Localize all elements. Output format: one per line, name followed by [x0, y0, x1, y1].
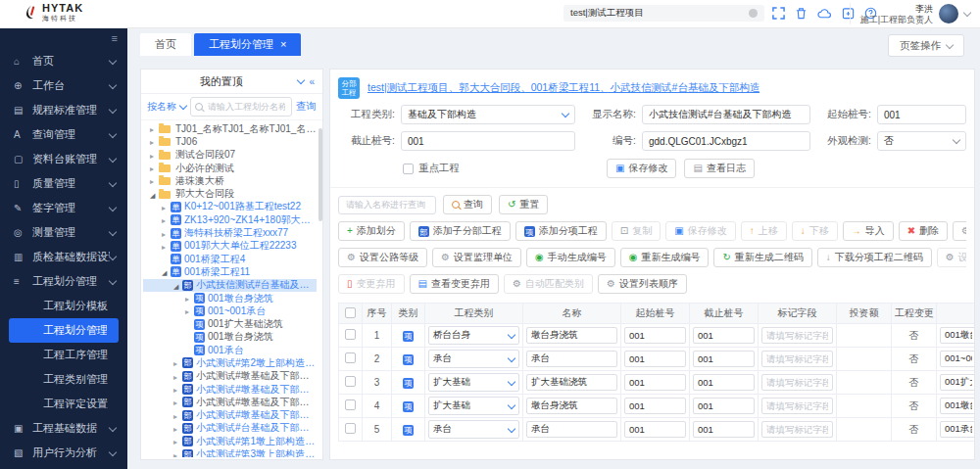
tree-node[interactable]: 小必许的测试	[143, 162, 317, 174]
tab-home[interactable]: 首页	[140, 33, 191, 56]
toolbar-button[interactable]: 设置工程类别	[937, 248, 966, 267]
tree-scrollbar[interactable]	[318, 128, 322, 221]
start-stake-input[interactable]	[877, 105, 966, 124]
tree-node[interactable]: TJ01_名称TJ01_名称TJ01_名称TJ01_名称TJ0...	[143, 122, 317, 135]
row-name-input[interactable]	[526, 327, 617, 344]
row-mark-input[interactable]	[761, 327, 833, 344]
tree-search-button[interactable]: 查询	[296, 100, 317, 114]
expand-arrow-icon[interactable]	[150, 136, 159, 147]
clear-icon[interactable]	[749, 9, 758, 18]
sidebar-item[interactable]: 测量管理	[0, 220, 127, 245]
row-start-input[interactable]	[624, 327, 686, 344]
collapse-icon[interactable]	[297, 76, 305, 84]
row-mark-input[interactable]	[761, 374, 833, 391]
tree-node[interactable]: 部 小武测试#墩基础及下部构造	[143, 383, 317, 396]
expand-arrow-icon[interactable]	[173, 371, 182, 382]
expand-arrow-icon[interactable]	[185, 305, 194, 316]
expand-arrow-icon[interactable]	[173, 449, 182, 457]
sidebar-item[interactable]: 质检基础数据设置	[0, 245, 127, 269]
save-changes-button[interactable]: 保存修改	[607, 159, 676, 178]
trash-icon[interactable]	[795, 7, 808, 20]
sidebar-subitem[interactable]: 工程类别管理	[0, 367, 127, 392]
expand-arrow-icon[interactable]	[173, 357, 182, 368]
tree-node[interactable]: 测试合同段07	[143, 149, 317, 162]
tree-node[interactable]: 郭大大合同段	[143, 187, 317, 200]
expand-arrow-icon[interactable]	[150, 123, 159, 134]
tree-node[interactable]: TJ06	[143, 135, 317, 148]
toolbar-button[interactable]: 下载分项工程二维码	[817, 248, 932, 267]
tree-node[interactable]: 单 海特科技桥梁工程xxx77	[143, 226, 317, 239]
expand-arrow-icon[interactable]	[173, 280, 182, 291]
toolbar-button[interactable]: 保存修改	[665, 221, 735, 241]
tree-node[interactable]: 部 小武测试#墩基础及下部构造	[143, 409, 317, 422]
sidebar-item[interactable]: 签字管理	[0, 196, 127, 220]
expand-arrow-icon[interactable]	[185, 293, 194, 304]
sidebar-item[interactable]: 首页	[0, 49, 127, 73]
tree-node[interactable]: 部 小武测试#墩基础及下部构造	[143, 396, 317, 408]
tree-node[interactable]: 部 小武测试#第3墩上部构造现场浇筑	[143, 447, 317, 457]
row-name-input[interactable]	[526, 374, 617, 391]
tree-node[interactable]: 项 001墩台身浇筑	[143, 292, 317, 305]
toolbar-button[interactable]: 添加划分	[338, 221, 405, 241]
row-end-input[interactable]	[693, 351, 755, 367]
row-end-input[interactable]	[693, 421, 755, 438]
sidebar-item[interactable]: 资料台账管理	[0, 147, 127, 171]
row-start-input[interactable]	[624, 351, 686, 367]
end-stake-input[interactable]	[401, 131, 575, 151]
sidebar-subitem[interactable]: 工程划分管理	[9, 318, 119, 343]
row-mark-input[interactable]	[761, 421, 833, 438]
reset-button[interactable]: 重置	[499, 195, 548, 214]
project-selector[interactable]: test|测试工程项目	[564, 5, 764, 22]
user-menu[interactable]: 李洪 施工|工程部负责人	[850, 3, 970, 24]
toolbar-button[interactable]: 设置监理单位	[432, 248, 521, 267]
row-name-input[interactable]	[526, 421, 617, 438]
toolbar-button[interactable]: 添加子分部工程	[410, 221, 511, 241]
tree-node[interactable]: 单 001桥梁工程11	[143, 265, 317, 278]
toolbar-button[interactable]: 手动生成编号	[526, 248, 615, 267]
expand-arrow-icon[interactable]	[162, 241, 171, 252]
toolbar-button[interactable]: 查看变更弃用	[410, 274, 499, 294]
toolbar-button[interactable]: 设置列表顺序	[598, 274, 687, 294]
expand-arrow-icon[interactable]	[150, 189, 159, 200]
expand-arrow-icon[interactable]	[173, 410, 182, 421]
table-search-input[interactable]	[344, 199, 430, 211]
display-name-input[interactable]	[642, 105, 810, 124]
expand-arrow-icon[interactable]	[162, 266, 171, 277]
row-extra-input[interactable]	[940, 351, 975, 367]
tree-node[interactable]: 部 小武测试#墩基础及下部构造	[143, 370, 317, 383]
row-mark-input[interactable]	[761, 398, 833, 414]
view-log-button[interactable]: 查看日志	[684, 159, 754, 178]
key-project-checkbox[interactable]	[403, 164, 414, 174]
expand-arrow-icon[interactable]	[173, 384, 182, 395]
sidebar-item[interactable]: 工程基础数据	[0, 416, 127, 441]
tree-node[interactable]: 部 小武测试#台基础及下部构造	[143, 422, 317, 435]
sidebar-subitem[interactable]: 工程评定设置	[0, 392, 127, 416]
row-category-select[interactable]: 扩大基础	[428, 397, 519, 415]
toolbar-button[interactable]: 复制	[612, 221, 661, 241]
page-operations-button[interactable]: 页签操作	[888, 34, 964, 57]
expand-arrow-icon[interactable]	[162, 202, 171, 212]
row-checkbox[interactable]	[345, 376, 356, 387]
sidebar-subitem[interactable]: 工程划分模板	[0, 294, 127, 318]
visual-check-select[interactable]: 否	[877, 131, 966, 151]
toolbar-button[interactable]: 自动匹配类别	[504, 274, 593, 294]
sidebar-item[interactable]: 工作台	[0, 73, 127, 98]
sidebar-subitem[interactable]: 工程工序管理	[0, 343, 127, 367]
expand-arrow-icon[interactable]	[173, 423, 182, 434]
row-start-input[interactable]	[624, 421, 686, 438]
tree-node[interactable]: 项 001扩大基础浇筑	[143, 317, 317, 330]
fullscreen-icon[interactable]	[772, 7, 785, 20]
toolbar-button[interactable]: 上移	[741, 221, 787, 241]
category-select[interactable]: 基础及下部构造	[401, 105, 575, 124]
row-extra-input[interactable]	[940, 327, 975, 344]
toolbar-button[interactable]: 变更弃用	[338, 274, 405, 294]
row-end-input[interactable]	[693, 327, 755, 344]
chevron-down-icon[interactable]	[963, 9, 971, 17]
row-checkbox[interactable]	[345, 329, 356, 340]
tree-node[interactable]: 项 001墩台身浇筑	[143, 331, 317, 344]
toolbar-button[interactable]: 导入	[843, 221, 894, 241]
tree-node[interactable]: 单 001桥梁工程4	[143, 253, 317, 265]
tree-search-input[interactable]	[206, 101, 287, 113]
expand-arrow-icon[interactable]	[162, 214, 171, 225]
expand-arrow-icon[interactable]	[150, 163, 159, 173]
